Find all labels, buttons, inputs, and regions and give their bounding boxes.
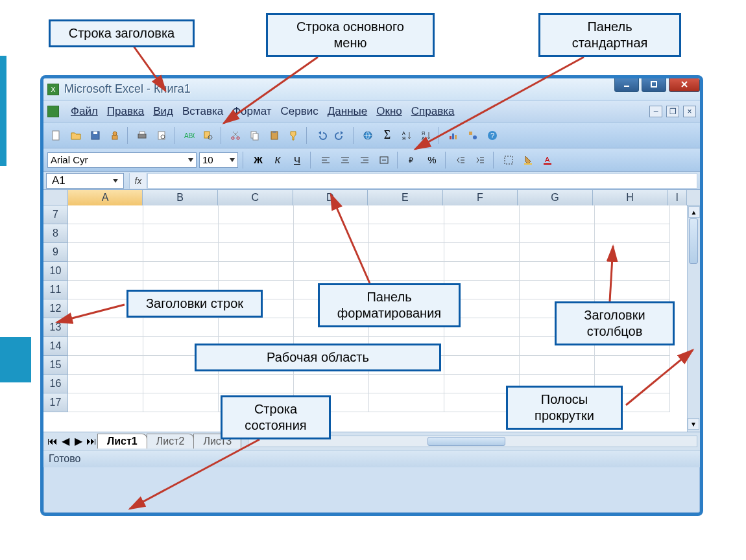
- row-header[interactable]: 11: [43, 281, 68, 299]
- decrease-indent-icon[interactable]: [452, 152, 469, 168]
- preview-icon[interactable]: [152, 126, 171, 145]
- menu-file[interactable]: Файл: [71, 105, 98, 118]
- row-header[interactable]: 13: [43, 318, 68, 337]
- svg-rect-65: [544, 163, 551, 165]
- callout-row-headers: Заголовки строк: [126, 290, 263, 318]
- doc-minimize-button[interactable]: –: [649, 106, 662, 117]
- sort-asc-icon[interactable]: АЯ: [398, 126, 416, 145]
- sheet-nav-prev-icon[interactable]: ◀: [59, 435, 72, 448]
- insert-function-button[interactable]: fx: [129, 173, 147, 189]
- sheet-nav-first-icon[interactable]: ⏮: [46, 435, 59, 448]
- menu-insert[interactable]: Вставка: [182, 105, 223, 118]
- row-header[interactable]: 15: [43, 356, 68, 375]
- scroll-thumb[interactable]: [689, 218, 698, 264]
- align-right-icon[interactable]: [356, 152, 373, 168]
- minimize-button[interactable]: [614, 76, 639, 92]
- row-header[interactable]: 10: [43, 262, 68, 281]
- close-button[interactable]: [669, 76, 700, 92]
- borders-icon[interactable]: [500, 152, 517, 168]
- research-icon[interactable]: [199, 126, 217, 145]
- column-header-f[interactable]: F: [443, 190, 518, 205]
- font-color-icon[interactable]: А: [539, 152, 556, 168]
- status-bar: Готово: [43, 450, 700, 467]
- name-box[interactable]: A1: [46, 173, 124, 189]
- percent-icon[interactable]: %: [424, 152, 440, 168]
- row-header[interactable]: 12: [43, 299, 68, 318]
- spelling-icon[interactable]: ABC: [180, 126, 198, 145]
- chart-wizard-icon[interactable]: [444, 126, 463, 145]
- drawing-icon[interactable]: [464, 126, 482, 145]
- paste-icon[interactable]: [265, 126, 283, 145]
- help-icon[interactable]: ?: [483, 126, 501, 145]
- align-left-icon[interactable]: [317, 152, 334, 168]
- select-all-corner[interactable]: [43, 190, 68, 205]
- formula-bar[interactable]: [147, 173, 697, 189]
- vertical-scrollbar[interactable]: ▲ ▼: [687, 205, 700, 432]
- sheet-tab-1[interactable]: Лист1: [97, 434, 147, 449]
- scroll-thumb-h[interactable]: [427, 437, 505, 446]
- row-header[interactable]: 17: [43, 393, 68, 412]
- copy-icon[interactable]: [246, 126, 264, 145]
- scroll-down-icon[interactable]: ▼: [688, 418, 699, 430]
- sheet-nav-next-icon[interactable]: ▶: [72, 435, 85, 448]
- svg-rect-14: [93, 132, 97, 134]
- row-header[interactable]: 9: [43, 243, 68, 262]
- font-combo[interactable]: Arial Cyr: [47, 152, 197, 168]
- increase-indent-icon[interactable]: [472, 152, 488, 168]
- underline-button[interactable]: Ч: [289, 152, 306, 168]
- column-header-a[interactable]: A: [68, 190, 143, 205]
- callout-scrollbars: Полосы прокрутки: [506, 386, 623, 430]
- svg-point-24: [232, 137, 234, 139]
- menu-format[interactable]: Формат: [232, 105, 271, 118]
- open-icon[interactable]: [67, 126, 85, 145]
- permissions-icon[interactable]: [106, 126, 124, 145]
- row-header[interactable]: 8: [43, 224, 68, 243]
- doc-restore-button[interactable]: ❐: [666, 106, 679, 117]
- maximize-button[interactable]: [642, 76, 666, 92]
- row-header[interactable]: 7: [43, 205, 68, 224]
- menu-edit[interactable]: Правка: [107, 105, 144, 118]
- print-icon[interactable]: [133, 126, 151, 145]
- hyperlink-icon[interactable]: [359, 126, 377, 145]
- save-icon[interactable]: [86, 126, 104, 145]
- column-header-d[interactable]: D: [293, 190, 368, 205]
- new-icon[interactable]: [47, 126, 66, 145]
- svg-text:Я: Я: [422, 131, 425, 135]
- svg-rect-63: [524, 163, 532, 165]
- menu-data[interactable]: Данные: [328, 105, 367, 118]
- menu-window[interactable]: Окно: [376, 105, 402, 118]
- chevron-down-icon: [113, 179, 118, 183]
- font-size-combo[interactable]: 10: [199, 152, 238, 168]
- column-header-b[interactable]: B: [143, 190, 218, 205]
- autosum-icon[interactable]: Σ: [378, 126, 396, 145]
- italic-button[interactable]: К: [269, 152, 286, 168]
- format-painter-icon[interactable]: [285, 126, 303, 145]
- column-header-i[interactable]: I: [668, 190, 687, 205]
- bold-button[interactable]: Ж: [250, 152, 267, 168]
- scroll-up-icon[interactable]: ▲: [688, 206, 700, 218]
- sheet-tab-2[interactable]: Лист2: [147, 434, 195, 449]
- column-header-h[interactable]: H: [593, 190, 668, 205]
- svg-point-41: [473, 135, 477, 139]
- column-header-c[interactable]: C: [218, 190, 293, 205]
- undo-icon[interactable]: [312, 126, 330, 145]
- menu-help[interactable]: Справка: [411, 105, 455, 118]
- column-header-g[interactable]: G: [518, 190, 593, 205]
- sheet-nav-last-icon[interactable]: ⏭: [85, 435, 98, 448]
- redo-icon[interactable]: [331, 126, 350, 145]
- cut-icon[interactable]: [226, 126, 245, 145]
- sort-desc-icon[interactable]: ЯА: [417, 126, 435, 145]
- menu-service[interactable]: Сервис: [281, 105, 319, 118]
- menu-view[interactable]: Вид: [153, 105, 173, 118]
- align-center-icon[interactable]: [337, 152, 354, 168]
- cell[interactable]: [68, 205, 143, 224]
- currency-icon[interactable]: ₽: [404, 152, 421, 168]
- row-header[interactable]: 16: [43, 375, 68, 393]
- row-header[interactable]: 14: [43, 337, 68, 356]
- fill-color-icon[interactable]: [520, 152, 536, 168]
- merge-cells-icon[interactable]: [376, 152, 392, 168]
- menu-app-icon: [47, 106, 59, 117]
- doc-close-button[interactable]: ×: [683, 106, 696, 117]
- callout-format-panel: Панель форматирования: [318, 283, 461, 327]
- column-header-e[interactable]: E: [368, 190, 443, 205]
